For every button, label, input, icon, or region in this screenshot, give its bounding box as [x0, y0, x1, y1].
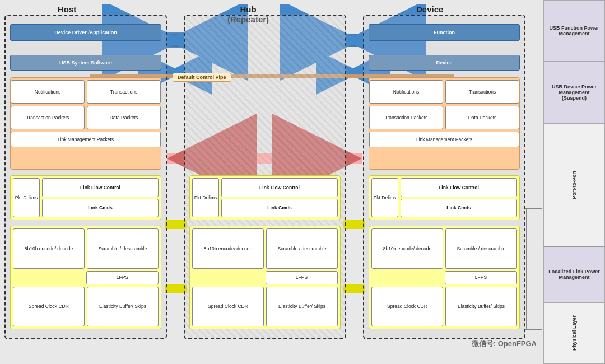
hub-link-layer: Pkt Delims Link Flow Control Link Cmds — [189, 175, 341, 220]
svg-rect-34 — [344, 284, 364, 293]
device-title: Device — [416, 4, 443, 14]
right-label-port-to-port: Port-to-Port — [543, 123, 605, 246]
device-link-flow-control: Link Flow Control — [401, 178, 517, 197]
svg-marker-9 — [167, 32, 185, 48]
device-scramble: Scramble / descramble — [445, 228, 517, 269]
host-notifications: Notifications — [11, 80, 85, 104]
default-control-pipe-label: Default Control Pipe — [173, 73, 231, 82]
host-tp-dp-row: Transaction Packets Data Packets — [11, 106, 161, 129]
host-phy-row1: 8b10b encode/ decode Scramble / descramb… — [13, 228, 159, 269]
hub-phy-row2: Spread Clock CDR Elasticity Buffer/ Skip… — [192, 287, 338, 327]
hub-encode-decode: 8b10b encode/ decode — [192, 228, 264, 269]
hub-elasticity: Elasticity Buffer/ Skips — [266, 287, 338, 327]
device-link-management: Link Management Packets — [369, 132, 519, 147]
host-link-management: Link Management Packets — [11, 132, 161, 147]
device-elasticity: Elasticity Buffer/ Skips — [445, 287, 517, 327]
host-lfps: LFPS — [86, 271, 159, 284]
hub-link-flow-control: Link Flow Control — [221, 178, 338, 197]
hub-pkt-delims: Pkt Delims — [192, 178, 219, 217]
main-container: Host Hub(Repeater) Device Device Driver … — [0, 0, 605, 364]
right-labels-panel: USB Function Power Management USB Device… — [543, 0, 605, 364]
device-encode-decode: 8b10b encode/ decode — [371, 228, 443, 269]
right-label-usb-device: USB Device Power Management (Suspend) — [543, 62, 605, 123]
right-label-localized: Localized Link Power Management — [543, 246, 605, 302]
svg-marker-23 — [166, 221, 183, 228]
device-transaction-packets: Transaction Packets — [369, 106, 443, 129]
host-transaction-packets: Transaction Packets — [11, 106, 85, 129]
host-data-packets: Data Packets — [87, 106, 161, 129]
host-pkt-delims: Pkt Delims — [13, 178, 40, 217]
device-device: Device — [369, 55, 520, 71]
host-device-driver: Device Driver /Application — [10, 24, 161, 41]
diagram-area: Host Hub(Repeater) Device Device Driver … — [0, 0, 543, 364]
svg-rect-8 — [167, 32, 185, 48]
svg-rect-12 — [166, 34, 185, 47]
device-tp-dp-row: Transaction Packets Data Packets — [369, 106, 519, 129]
device-notifications: Notifications — [369, 80, 443, 104]
host-protocol-section: Notifications Transactions Transaction P… — [10, 77, 161, 170]
right-label-physical: Physical Layer — [543, 302, 605, 364]
device-link-layer: Pkt Delims Link Flow Control Link Cmds — [369, 175, 520, 220]
right-label-usb-function: USB Function Power Management — [543, 0, 605, 62]
hub-link-right: Link Flow Control Link Cmds — [221, 178, 338, 217]
svg-rect-25 — [166, 220, 186, 229]
host-lfps-spacer — [13, 271, 84, 284]
hub-lfps-spacer — [192, 271, 263, 284]
device-physical-inner: 8b10b encode/ decode Scramble / descramb… — [369, 226, 519, 329]
device-phy-row1: 8b10b encode/ decode Scramble / descramb… — [371, 228, 517, 269]
hub-link-cmds: Link Cmds — [221, 199, 338, 218]
host-lfps-row: LFPS — [13, 271, 159, 284]
device-link-cmds: Link Cmds — [401, 199, 517, 218]
hub-lfps-row: LFPS — [192, 271, 338, 284]
host-spread-clock: Spread Clock CDR — [13, 287, 85, 327]
hub-lfps: LFPS — [266, 271, 338, 284]
svg-rect-31 — [166, 284, 186, 293]
hub-scramble: Scramble / descramble — [266, 228, 338, 269]
full-diagram: Host Hub(Repeater) Device Device Driver … — [4, 4, 542, 354]
device-pkt-delims: Pkt Delims — [371, 178, 398, 217]
hub-physical-inner: 8b10b encode/ decode Scramble / descramb… — [190, 226, 340, 329]
device-lfps-spacer — [371, 271, 443, 284]
host-notif-trans-row: Notifications Transactions — [11, 80, 161, 104]
host-physical-inner: 8b10b encode/ decode Scramble / descramb… — [11, 226, 161, 329]
host-phy-row2: Spread Clock CDR Elasticity Buffer/ Skip… — [13, 287, 159, 327]
host-link-flow-control: Link Flow Control — [42, 178, 159, 197]
host-scramble: Scramble / descramble — [87, 228, 159, 269]
device-physical-layer: 8b10b encode/ decode Scramble / descramb… — [369, 226, 520, 329]
host-title: Host — [58, 4, 76, 14]
host-transactions: Transactions — [87, 80, 161, 104]
device-data-packets: Data Packets — [445, 106, 519, 129]
device-phy-row2: Spread Clock CDR Elasticity Buffer/ Skip… — [371, 287, 517, 327]
device-protocol-section: Notifications Transactions Transaction P… — [369, 77, 520, 170]
host-link-layer: Pkt Delims Link Flow Control Link Cmds — [10, 175, 161, 220]
device-link-right: Link Flow Control Link Cmds — [401, 178, 517, 217]
host-usb-system: USB System Software — [10, 55, 161, 71]
watermark: 微信号: OpenFPGA — [472, 339, 537, 349]
device-lfps: LFPS — [445, 271, 517, 284]
device-lfps-row: LFPS — [371, 271, 517, 284]
host-link-inner: Pkt Delims Link Flow Control Link Cmds — [11, 176, 161, 220]
host-link-cmds: Link Cmds — [42, 199, 159, 218]
host-encode-decode: 8b10b encode/ decode — [13, 228, 85, 269]
hub-phy-row1: 8b10b encode/ decode Scramble / descramb… — [192, 228, 338, 269]
hub-physical-layer: 8b10b encode/ decode Scramble / descramb… — [189, 226, 341, 329]
host-link-right: Link Flow Control Link Cmds — [42, 178, 159, 217]
device-spread-clock: Spread Clock CDR — [371, 287, 443, 327]
hub-spread-clock: Spread Clock CDR — [192, 287, 264, 327]
device-function: Function — [369, 24, 520, 41]
svg-rect-13 — [345, 34, 364, 47]
device-transactions: Transactions — [445, 80, 519, 104]
host-elasticity: Elasticity Buffer/ Skips — [87, 287, 159, 327]
device-notif-trans-row: Notifications Transactions — [369, 80, 519, 104]
device-link-inner: Pkt Delims Link Flow Control Link Cmds — [369, 176, 519, 220]
hub-link-inner: Pkt Delims Link Flow Control Link Cmds — [190, 176, 340, 220]
svg-rect-28 — [344, 220, 364, 229]
host-physical-layer: 8b10b encode/ decode Scramble / descramb… — [10, 226, 161, 329]
